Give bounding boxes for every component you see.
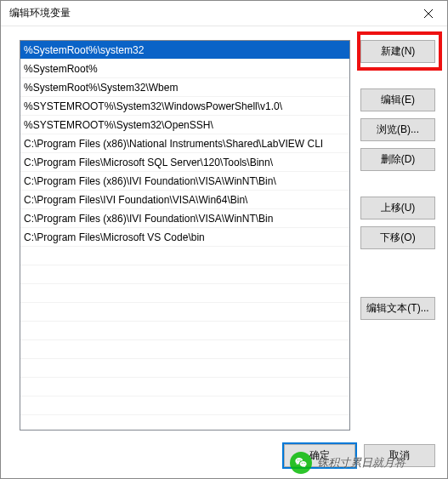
edit-text-button[interactable]: 编辑文本(T)... bbox=[360, 297, 435, 320]
list-item[interactable]: C:\Program Files\IVI Foundation\VISA\Win… bbox=[20, 191, 349, 209]
list-item[interactable]: %SystemRoot% bbox=[20, 60, 349, 78]
list-item[interactable]: %SystemRoot%\System32\Wbem bbox=[20, 78, 349, 97]
list-item[interactable]: %SYSTEMROOT%\System32\OpenSSH\ bbox=[20, 116, 349, 134]
list-item[interactable] bbox=[20, 322, 349, 340]
list-item[interactable] bbox=[20, 284, 349, 303]
client-area: %SystemRoot%\system32%SystemRoot%%System… bbox=[1, 26, 447, 441]
titlebar: 编辑环境变量 bbox=[1, 1, 447, 26]
delete-button[interactable]: 删除(D) bbox=[360, 148, 435, 171]
dialog-window: 编辑环境变量 %SystemRoot%\system32%SystemRoot%… bbox=[0, 0, 448, 479]
list-item[interactable] bbox=[20, 359, 349, 378]
list-item[interactable] bbox=[20, 265, 349, 284]
move-up-button[interactable]: 上移(U) bbox=[360, 197, 435, 220]
list-item[interactable]: C:\Program Files\Microsoft SQL Server\12… bbox=[20, 153, 349, 172]
list-item[interactable]: C:\Program Files (x86)\IVI Foundation\VI… bbox=[20, 209, 349, 228]
cancel-button[interactable]: 取消 bbox=[364, 444, 435, 467]
side-buttons: 新建(N) 编辑(E) 浏览(B)... 删除(D) 上移(U) 下移(O) 编… bbox=[360, 40, 435, 431]
window-title: 编辑环境变量 bbox=[9, 6, 410, 20]
list-item[interactable]: C:\Program Files\Microsoft VS Code\bin bbox=[20, 228, 349, 247]
list-item[interactable] bbox=[20, 396, 349, 415]
list-item[interactable]: C:\Program Files (x86)\National Instrume… bbox=[20, 134, 349, 153]
ok-button[interactable]: 确定 bbox=[284, 444, 355, 467]
new-button[interactable]: 新建(N) bbox=[360, 40, 435, 63]
list-item[interactable] bbox=[20, 303, 349, 322]
close-button[interactable] bbox=[410, 1, 447, 26]
dialog-button-bar: 确定 取消 bbox=[1, 441, 447, 478]
list-item[interactable] bbox=[20, 340, 349, 359]
list-item[interactable] bbox=[20, 247, 349, 265]
list-item[interactable]: %SYSTEMROOT%\System32\WindowsPowerShell\… bbox=[20, 97, 349, 116]
edit-button[interactable]: 编辑(E) bbox=[360, 88, 435, 111]
close-icon bbox=[424, 9, 433, 18]
list-item[interactable] bbox=[20, 378, 349, 396]
list-item[interactable]: %SystemRoot%\system32 bbox=[20, 41, 349, 60]
list-item[interactable]: C:\Program Files (x86)\IVI Foundation\VI… bbox=[20, 172, 349, 191]
browse-button[interactable]: 浏览(B)... bbox=[360, 118, 435, 141]
path-listbox[interactable]: %SystemRoot%\system32%SystemRoot%%System… bbox=[20, 40, 350, 431]
list-wrap: %SystemRoot%\system32%SystemRoot%%System… bbox=[20, 40, 350, 431]
move-down-button[interactable]: 下移(O) bbox=[360, 226, 435, 249]
